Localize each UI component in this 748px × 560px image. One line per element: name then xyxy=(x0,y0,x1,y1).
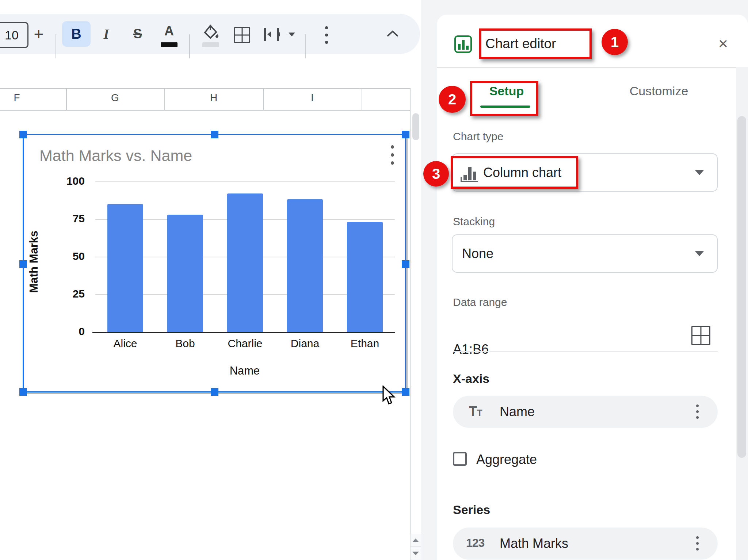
fill-color-swatch xyxy=(202,42,219,47)
column-divider xyxy=(164,88,165,110)
collapse-toolbar-chevron-icon[interactable] xyxy=(386,30,399,37)
x-axis-section-header: X-axis xyxy=(453,372,489,386)
panel-header-divider xyxy=(437,67,748,68)
annotation-box-column-chart xyxy=(451,156,578,189)
scroll-down-button[interactable] xyxy=(410,547,421,560)
column-header-I[interactable]: I xyxy=(298,92,327,104)
increase-font-size-button[interactable]: + xyxy=(29,14,48,54)
column-divider xyxy=(263,88,264,110)
data-range-label: Data range xyxy=(453,296,507,308)
resize-handle-top-left[interactable] xyxy=(19,131,27,138)
resize-handle-middle-left[interactable] xyxy=(19,260,27,268)
toolbar-divider xyxy=(56,34,56,58)
x-category-label: Bob xyxy=(155,337,215,350)
bold-button[interactable]: B xyxy=(62,21,91,47)
tab-customize[interactable]: Customize xyxy=(622,84,695,98)
y-tick-label: 100 xyxy=(45,175,85,187)
series-options-icon[interactable] xyxy=(696,536,699,551)
chart-type-label: Chart type xyxy=(453,130,503,143)
bar-alice xyxy=(107,204,143,332)
text-type-icon: TT xyxy=(469,404,482,419)
x-axis-value: Name xyxy=(500,396,535,428)
chart-title: Math Marks vs. Name xyxy=(39,147,192,165)
chart-y-axis-title: Math Marks xyxy=(27,203,41,320)
y-tick-label: 75 xyxy=(45,212,85,225)
chart-more-options-icon[interactable] xyxy=(391,145,394,165)
series-field[interactable]: 123 Math Marks xyxy=(453,528,718,560)
annotation-box-setup-tab xyxy=(470,81,538,116)
data-range-value[interactable]: A1:B6 xyxy=(453,342,489,357)
strikethrough-button[interactable]: S xyxy=(128,14,148,54)
annotation-step-2: 2 xyxy=(439,86,466,113)
column-header-H[interactable]: H xyxy=(199,92,228,104)
toolbar-divider xyxy=(305,34,306,58)
series-section-header: Series xyxy=(453,503,490,517)
resize-handle-top-right[interactable] xyxy=(402,131,409,138)
series-value: Math Marks xyxy=(500,528,568,560)
merge-cells-icon[interactable] xyxy=(263,27,280,42)
annotation-step-1: 1 xyxy=(602,29,628,55)
font-size-input[interactable]: 10 xyxy=(0,22,28,48)
bar-charlie xyxy=(227,193,263,332)
stacking-dropdown[interactable]: None xyxy=(452,234,718,273)
resize-handle-bottom-left[interactable] xyxy=(19,388,27,396)
aggregate-checkbox[interactable] xyxy=(453,452,467,466)
bar-bob xyxy=(167,215,203,332)
toolbar-divider xyxy=(189,34,190,58)
sheets-toolbar: 10 + B I S A xyxy=(0,14,420,54)
italic-button[interactable]: I xyxy=(97,14,115,54)
borders-icon[interactable] xyxy=(234,27,250,43)
merge-cells-dropdown-caret[interactable] xyxy=(289,32,295,36)
chevron-down-icon xyxy=(695,251,704,256)
bar-diana xyxy=(287,199,323,332)
column-divider xyxy=(66,88,67,110)
bar-ethan xyxy=(347,222,383,332)
gridline-100 xyxy=(95,181,395,182)
number-type-icon: 123 xyxy=(466,536,484,550)
select-data-range-icon[interactable] xyxy=(691,326,710,345)
column-header-G[interactable]: G xyxy=(100,92,130,104)
resize-handle-bottom-middle[interactable] xyxy=(211,388,218,396)
annotation-box-chart-editor xyxy=(479,28,592,59)
stacking-label: Stacking xyxy=(453,215,495,228)
chart-x-axis-title: Name xyxy=(184,364,305,377)
panel-vertical-scrollbar[interactable] xyxy=(736,67,748,560)
x-category-label: Ethan xyxy=(335,337,395,350)
x-category-label: Alice xyxy=(95,337,155,350)
sheet-vertical-scrollbar[interactable] xyxy=(410,88,422,560)
column-header-F[interactable]: F xyxy=(2,92,31,104)
embedded-chart[interactable]: Math Marks vs. Name Math Marks Name 0255… xyxy=(23,134,406,392)
gridline-0 xyxy=(92,332,395,333)
header-row-bottom-border xyxy=(0,110,410,111)
x-axis-field[interactable]: TT Name xyxy=(453,396,718,428)
stacking-value: None xyxy=(462,235,493,272)
header-row-top-border xyxy=(0,88,421,89)
aggregate-label: Aggregate xyxy=(476,452,537,467)
section-divider xyxy=(453,351,718,352)
resize-handle-top-middle[interactable] xyxy=(211,131,218,138)
resize-handle-middle-right[interactable] xyxy=(402,260,409,268)
annotation-step-3: 3 xyxy=(423,161,449,187)
x-axis-options-icon[interactable] xyxy=(696,404,699,419)
mouse-cursor xyxy=(382,386,397,405)
chart-editor-icon xyxy=(454,35,472,53)
sheet-scrollbar-thumb[interactable] xyxy=(412,113,419,140)
resize-handle-bottom-right[interactable] xyxy=(402,388,409,396)
more-toolbar-options-icon[interactable] xyxy=(325,26,328,44)
text-color-swatch xyxy=(161,42,178,47)
y-tick-label: 0 xyxy=(45,325,85,338)
x-category-label: Diana xyxy=(275,337,335,350)
y-tick-label: 50 xyxy=(45,250,85,262)
chevron-down-icon xyxy=(695,170,704,175)
x-category-label: Charlie xyxy=(215,337,275,350)
scroll-up-button[interactable] xyxy=(410,534,421,547)
y-tick-label: 25 xyxy=(45,288,85,300)
close-icon[interactable]: ✕ xyxy=(714,36,732,52)
fill-color-icon[interactable] xyxy=(202,24,220,41)
panel-scrollbar-thumb[interactable] xyxy=(737,116,746,458)
column-divider xyxy=(362,88,362,110)
google-sheets-chart-editor-screen: 10 + B I S A xyxy=(0,0,748,560)
